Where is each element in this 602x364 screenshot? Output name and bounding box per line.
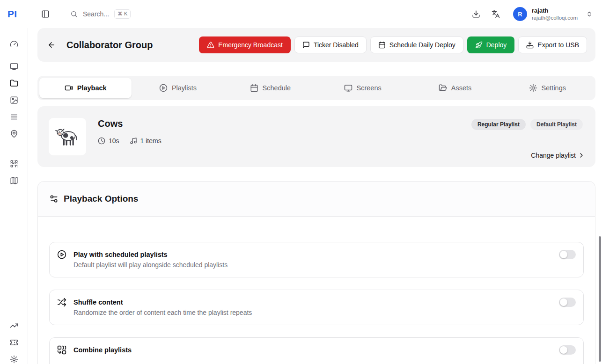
emergency-broadcast-button[interactable]: Emergency Broadcast xyxy=(199,36,291,53)
scrollbar-thumb[interactable] xyxy=(599,236,601,362)
sidebar-item-dashboard[interactable] xyxy=(6,36,22,52)
trending-up-icon xyxy=(10,321,18,330)
chevrons-up-down-icon xyxy=(586,11,593,17)
tab-label: Playlists xyxy=(172,84,197,92)
item-count-value: 1 items xyxy=(140,137,162,145)
message-square-icon xyxy=(302,41,310,49)
schedule-daily-deploy-button[interactable]: Schedule Daily Deploy xyxy=(370,36,463,53)
panel-left-icon xyxy=(41,10,50,18)
ticker-disabled-button[interactable]: Ticker Disabled xyxy=(294,36,367,53)
search-input[interactable]: Search... ⌘ K xyxy=(70,9,131,18)
option-text: Shuffle content Randomize the order of c… xyxy=(71,298,554,317)
search-shortcut-kbd: ⌘ K xyxy=(114,9,131,18)
sidebar-item-screens[interactable] xyxy=(6,58,22,75)
sidebar-item-analytics[interactable] xyxy=(6,317,22,334)
search-placeholder: Search... xyxy=(83,10,109,18)
page-title: Collaborator Group xyxy=(66,40,153,51)
play-with-scheduled-toggle[interactable] xyxy=(559,250,576,259)
tab-label: Schedule xyxy=(263,84,291,92)
option-play-with-scheduled: Play with scheduled playlists Default pl… xyxy=(49,242,584,277)
sidebar-bottom-group xyxy=(6,317,22,364)
option-combine-playlists: Combine playlists xyxy=(49,337,584,364)
folder-open-icon xyxy=(439,84,447,92)
option-title: Play with scheduled playlists xyxy=(73,250,554,259)
sidebar-item-licenses[interactable] xyxy=(6,334,22,351)
sidebar-item-qr-codes[interactable] xyxy=(6,155,22,172)
playlist-title: Cows xyxy=(98,118,162,129)
gauge-icon xyxy=(10,40,18,48)
music-note-icon xyxy=(130,137,137,145)
gear-icon xyxy=(529,84,537,92)
combine-icon xyxy=(57,345,66,355)
tab-label: Assets xyxy=(451,84,472,92)
sidebar-item-settings[interactable] xyxy=(6,351,22,364)
shuffle-icon xyxy=(57,298,66,307)
play-circle-icon xyxy=(159,84,168,92)
languages-icon xyxy=(492,10,500,18)
topbar-right: R rajath rajath@colloqi.com xyxy=(468,6,593,22)
tab-playback[interactable]: Playback xyxy=(39,78,132,98)
tab-schedule[interactable]: Schedule xyxy=(224,78,316,98)
sidebar-item-locations[interactable] xyxy=(6,125,22,142)
user-menu[interactable]: R rajath rajath@colloqi.com xyxy=(513,7,593,22)
warning-triangle-icon xyxy=(207,41,214,49)
deploy-button[interactable]: Deploy xyxy=(467,36,515,53)
tab-playlists[interactable]: Playlists xyxy=(132,78,224,98)
download-icon xyxy=(472,10,480,18)
video-icon xyxy=(65,84,73,92)
monitor-icon xyxy=(344,84,352,92)
image-icon xyxy=(10,96,18,104)
main-content: Collaborator Group Emergency Broadcast T… xyxy=(28,28,602,364)
playback-options-card: Playback Options Play with scheduled pla… xyxy=(37,181,595,364)
gear-icon xyxy=(10,355,18,364)
cow-image xyxy=(52,122,82,152)
option-title: Combine playlists xyxy=(73,345,554,355)
playlist-meta: 10s 1 items xyxy=(98,137,162,145)
sidebar-item-media[interactable] xyxy=(6,92,22,109)
current-playlist-card: Cows 10s 1 items Regular Playlist Defaul… xyxy=(37,106,595,167)
playback-options-header: Playback Options xyxy=(38,182,595,217)
sidebar-item-playlists[interactable] xyxy=(6,109,22,125)
change-playlist-label: Change playlist xyxy=(531,152,576,159)
tab-bar: Playback Playlists Schedule Screens Asse… xyxy=(37,76,595,100)
playlist-badges: Regular Playlist Default Playlist xyxy=(471,119,583,130)
playlist-thumbnail xyxy=(49,118,86,155)
page-header: Collaborator Group Emergency Broadcast T… xyxy=(37,28,595,62)
change-playlist-link[interactable]: Change playlist xyxy=(531,152,585,159)
tab-assets[interactable]: Assets xyxy=(409,78,501,98)
duration-value: 10s xyxy=(109,137,119,145)
tab-settings[interactable]: Settings xyxy=(501,78,594,98)
button-label: Ticker Disabled xyxy=(314,41,359,49)
tab-label: Playback xyxy=(77,84,107,92)
ticket-icon xyxy=(10,338,18,347)
playlist-duration: 10s xyxy=(98,137,119,145)
playlist-info: Cows 10s 1 items xyxy=(98,118,162,155)
map-pin-icon xyxy=(10,130,18,138)
sidebar xyxy=(0,28,28,364)
default-playlist-badge: Default Playlist xyxy=(530,119,583,130)
usb-download-icon xyxy=(526,41,534,49)
combine-playlists-toggle[interactable] xyxy=(559,345,576,355)
playback-options-title: Playback Options xyxy=(64,194,138,204)
app-logo: PI xyxy=(7,8,28,20)
export-to-usb-button[interactable]: Export to USB xyxy=(518,36,587,53)
sidebar-toggle-button[interactable] xyxy=(37,6,53,22)
rocket-icon xyxy=(475,41,483,49)
calendar-icon xyxy=(378,41,386,49)
shuffle-content-toggle[interactable] xyxy=(559,298,576,307)
avatar: R xyxy=(513,7,527,21)
tab-screens[interactable]: Screens xyxy=(316,78,409,98)
option-title: Shuffle content xyxy=(73,298,554,307)
list-icon xyxy=(10,113,18,121)
user-name: rajath xyxy=(532,7,578,15)
map-icon xyxy=(10,176,18,185)
back-button[interactable] xyxy=(43,36,60,53)
language-button[interactable] xyxy=(488,6,504,22)
user-email: rajath@colloqi.com xyxy=(532,15,578,21)
sidebar-item-groups[interactable] xyxy=(6,75,22,92)
qr-code-icon xyxy=(10,160,18,168)
monitor-icon xyxy=(10,62,18,71)
top-bar: PI Search... ⌘ K R rajath rajath@colloqi… xyxy=(0,0,602,28)
sidebar-item-map[interactable] xyxy=(6,172,22,189)
download-button[interactable] xyxy=(468,6,484,22)
